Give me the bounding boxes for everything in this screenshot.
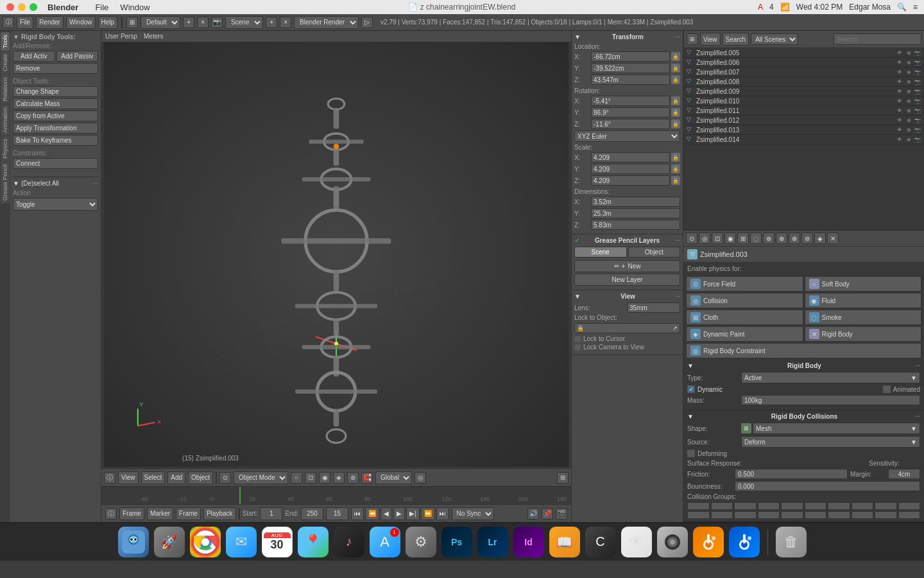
- prev-frame-btn[interactable]: ◀: [381, 507, 392, 520]
- phys-icon-12[interactable]: ✕: [827, 232, 839, 244]
- cg-14[interactable]: [758, 511, 780, 519]
- snap-icon[interactable]: 🧲: [361, 472, 373, 484]
- rot-y-lock[interactable]: 🔒: [671, 108, 680, 117]
- rot-y-input[interactable]: 86.9°: [591, 107, 670, 118]
- transform-header[interactable]: ▼ Transform ⋯: [574, 33, 680, 40]
- cg-9[interactable]: [875, 502, 897, 510]
- dock-calendar[interactable]: AUG 30: [262, 527, 293, 557]
- cg-15[interactable]: [781, 511, 803, 519]
- eye-icon[interactable]: 👁: [896, 107, 903, 114]
- tab-physics[interactable]: Physics: [1, 136, 10, 161]
- tab-create[interactable]: Create: [1, 51, 10, 74]
- loc-z-lock[interactable]: 🔒: [671, 75, 680, 84]
- end-value[interactable]: 250: [301, 507, 323, 520]
- file-menu[interactable]: File: [17, 16, 33, 29]
- phys-icon-6[interactable]: ◌: [750, 232, 762, 244]
- add-passive-button[interactable]: Add Passiv: [56, 51, 99, 62]
- loc-x-input[interactable]: -66.72cm: [591, 51, 670, 62]
- window-controls[interactable]: [6, 3, 37, 11]
- gp-tab-scene[interactable]: Scene: [574, 247, 627, 258]
- phys-icon-1[interactable]: ⊙: [686, 232, 697, 244]
- list-item[interactable]: ▽ Zsimplified.011 👁 ⊕ 📷: [684, 106, 924, 116]
- shading-mat[interactable]: ◈: [333, 472, 345, 484]
- loc-z-input[interactable]: 43.547m: [591, 74, 670, 85]
- loc-y-lock[interactable]: 🔒: [671, 64, 680, 73]
- cg-8[interactable]: [851, 502, 874, 510]
- scale-x-lock[interactable]: 🔒: [671, 153, 680, 162]
- phys-icon-7[interactable]: ⊛: [763, 232, 774, 244]
- gp-new-btn[interactable]: ✏ + New: [574, 260, 680, 272]
- add-menu-btn[interactable]: Add: [167, 471, 185, 484]
- eye-icon[interactable]: 👁: [896, 78, 903, 85]
- view-menu-btn[interactable]: View: [118, 471, 139, 484]
- dock-maps[interactable]: 📍: [298, 527, 329, 557]
- rigid-body-header[interactable]: ▼ Rigid Body ⋯: [687, 362, 920, 369]
- gp-tab-object[interactable]: Object: [628, 247, 681, 258]
- cloth-btn[interactable]: ⊞ Cloth: [686, 310, 803, 325]
- phys-icon-9[interactable]: ⊗: [789, 232, 800, 244]
- force-field-btn[interactable]: ⊙ Force Field: [686, 276, 803, 292]
- jump-start-btn[interactable]: ⏮: [351, 507, 364, 520]
- pivot-icon[interactable]: ⊕: [347, 472, 359, 484]
- lens-input[interactable]: 35mm: [627, 302, 680, 313]
- render-icon[interactable]: 📷: [914, 58, 921, 66]
- phys-icon-3[interactable]: ⊡: [712, 232, 723, 244]
- dock-music[interactable]: ♪: [334, 527, 364, 557]
- dim-x-input[interactable]: 3.52m: [591, 197, 680, 207]
- list-item[interactable]: ▽ Zsimplified.010 👁 ⊕ 📷: [684, 96, 924, 106]
- search-outliner-btn[interactable]: Search: [723, 33, 749, 46]
- shading-solid[interactable]: ○: [291, 472, 302, 484]
- collision-btn[interactable]: ◎ Collision: [686, 293, 803, 308]
- close-button[interactable]: [6, 3, 14, 11]
- calculate-mass-button[interactable]: Calculate Mass: [13, 98, 98, 109]
- lock-camera-checkbox[interactable]: [574, 344, 581, 351]
- scene-remove[interactable]: ×: [280, 17, 291, 28]
- viewport-canvas[interactable]: X Y (15) Zsimplified.003: [101, 42, 571, 467]
- cursor-icon[interactable]: ⊕: [905, 107, 912, 114]
- lock-cursor-checkbox[interactable]: [574, 336, 581, 342]
- layer-icon[interactable]: ⊞: [557, 472, 569, 484]
- cg-7[interactable]: [828, 502, 850, 510]
- phys-icon-2[interactable]: ◎: [699, 232, 710, 244]
- cg-12[interactable]: [711, 511, 733, 519]
- current-frame[interactable]: 15: [326, 507, 348, 520]
- view-header[interactable]: ▼ View ⋯: [574, 293, 680, 300]
- scene-select[interactable]: Scene: [225, 16, 263, 29]
- dock-id[interactable]: Id: [513, 527, 544, 557]
- phys-icon-8[interactable]: ⊕: [776, 232, 787, 244]
- cg-6[interactable]: [805, 502, 827, 510]
- lock-object-field[interactable]: 🔒 ↗: [574, 323, 680, 333]
- sync-select[interactable]: No Sync: [452, 507, 494, 520]
- loc-y-input[interactable]: -39.522cm: [591, 63, 670, 73]
- dock-ps[interactable]: Ps: [441, 527, 472, 557]
- dock-mail[interactable]: ✉: [226, 527, 257, 557]
- render-menu[interactable]: Render: [36, 16, 64, 29]
- gp-header[interactable]: ✓ Grease Pencil Layers ⋯: [574, 237, 680, 244]
- dynamic-paint-btn[interactable]: ◈ Dynamic Paint: [686, 326, 803, 342]
- add-layout[interactable]: +: [183, 17, 194, 28]
- viewport[interactable]: User Persp Meters: [101, 31, 571, 468]
- list-item[interactable]: ▽ Zsimplified.013 👁 ⊕ 📷: [684, 125, 924, 135]
- cursor-icon[interactable]: ⊕: [905, 68, 912, 76]
- proportional-icon[interactable]: ◎: [415, 472, 426, 484]
- rot-x-input[interactable]: -5.41°: [591, 96, 670, 106]
- remove-layout[interactable]: ×: [197, 17, 209, 28]
- add-active-button[interactable]: Add Activ: [13, 51, 55, 62]
- rot-z-lock[interactable]: 🔒: [671, 119, 680, 128]
- apply-transformation-button[interactable]: Apply Transformation: [13, 123, 98, 134]
- eye-icon[interactable]: 👁: [896, 136, 903, 143]
- search-input[interactable]: [834, 33, 921, 45]
- tab-relations[interactable]: Relations: [1, 74, 10, 104]
- scene-add[interactable]: +: [266, 17, 277, 28]
- eye-icon[interactable]: 👁: [896, 49, 903, 57]
- tab-animation[interactable]: Animation: [1, 105, 10, 136]
- maximize-button[interactable]: [30, 3, 37, 11]
- shape-select[interactable]: Mesh ▼: [753, 423, 920, 434]
- render-icon[interactable]: 📷: [914, 107, 921, 114]
- help-menu[interactable]: Help: [98, 16, 118, 29]
- titlebar-menu[interactable]: File Window: [95, 3, 150, 12]
- phys-icon-10[interactable]: ⊜: [801, 232, 813, 244]
- list-item[interactable]: ▽ Zsimplified.006 👁 ⊕ 📷: [684, 58, 924, 67]
- cg-2[interactable]: [711, 502, 733, 510]
- cg-4[interactable]: [758, 502, 780, 510]
